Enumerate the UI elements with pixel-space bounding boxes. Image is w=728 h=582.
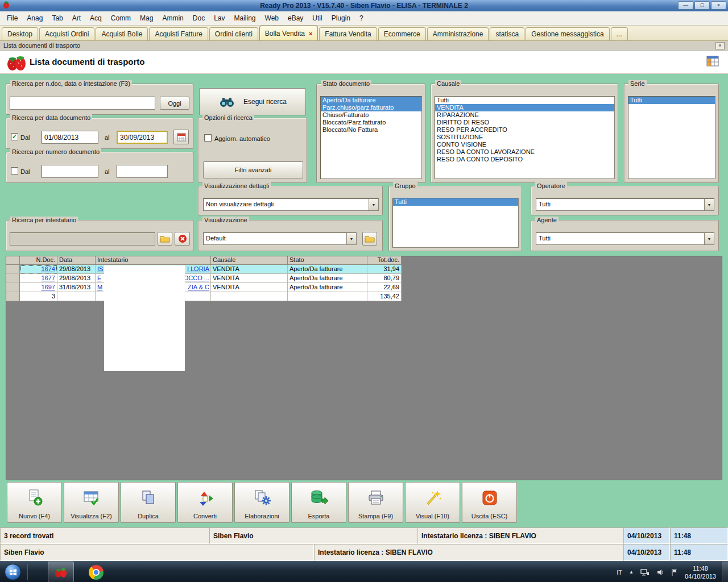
stampa-button[interactable]: Stampa (F9)	[348, 482, 403, 523]
number-from-input[interactable]	[42, 165, 98, 178]
date-from-checkbox[interactable]: ✓	[11, 133, 18, 140]
elaborazioni-button[interactable]: Elaborazioni	[234, 482, 289, 523]
minimize-button[interactable]: —	[678, 1, 693, 10]
column-header-stato[interactable]: Stato	[288, 256, 367, 265]
calendar-button[interactable]	[173, 130, 189, 144]
menu-util[interactable]: Util	[308, 12, 326, 24]
grid-settings-icon[interactable]	[706, 56, 719, 69]
maximize-button[interactable]: □	[694, 1, 710, 10]
show-desktop-button[interactable]	[722, 562, 728, 582]
filtri-avanzati-button[interactable]: Filtri avanzati	[203, 161, 303, 178]
menu-tab[interactable]: Tab	[47, 12, 67, 24]
menu-ammin[interactable]: Ammin	[158, 12, 188, 24]
tab-desktop[interactable]: Desktop	[2, 27, 38, 40]
number-to-input[interactable]	[117, 165, 168, 178]
visualizzazione-combobox[interactable]: Default ▼	[203, 232, 357, 245]
esporta-button[interactable]: Esporta	[291, 482, 346, 523]
operatore-combobox[interactable]: Tutti ▼	[536, 198, 714, 211]
hidden-icons-arrow[interactable]: ▲	[629, 569, 634, 575]
tab-ecommerce[interactable]: Ecommerce	[378, 27, 426, 40]
list-item[interactable]: Bloccato/No Fattura	[321, 126, 421, 134]
doc-link[interactable]: 1697	[42, 284, 55, 290]
chevron-down-icon[interactable]: ▼	[346, 233, 356, 244]
tab-acquisti-ordini[interactable]: Acquisti Ordini	[39, 27, 94, 40]
table-row[interactable]: 1677 29/08/2013 EOCCO ... VENDITA Aperto…	[6, 274, 402, 283]
menu-art[interactable]: Art	[68, 12, 85, 24]
menu-mailing[interactable]: Mailing	[230, 12, 260, 24]
browse-intestatario-button[interactable]	[158, 232, 172, 246]
intestatario-link[interactable]: IS	[97, 265, 103, 272]
list-item[interactable]: DIRITTO DI RESO	[435, 119, 614, 126]
row-selector[interactable]	[6, 283, 20, 292]
close-button[interactable]: ×	[711, 1, 726, 10]
list-item[interactable]: Aperto/Da fatturare	[321, 97, 421, 104]
table-row[interactable]: 1697 31/08/2013 MZIA & C VENDITA Aperto/…	[6, 283, 402, 292]
nuovo-button[interactable]: Nuovo (F4)	[7, 482, 62, 523]
menu-file[interactable]: File	[2, 12, 22, 24]
menu-mag[interactable]: Mag	[135, 12, 158, 24]
column-header-totdoc[interactable]: Tot.doc.	[367, 256, 402, 265]
language-indicator[interactable]: IT	[617, 569, 622, 576]
menu-anag[interactable]: Anag	[22, 12, 47, 24]
list-item[interactable]: VENDITA	[435, 104, 614, 111]
tab-close-icon[interactable]: ×	[309, 30, 312, 37]
menu-help[interactable]: ?	[355, 12, 368, 24]
list-item[interactable]: Parz.chiuso/parz.fatturato	[321, 104, 421, 111]
tab-fattura-vendita[interactable]: Fattura Vendita	[319, 27, 377, 40]
menu-web[interactable]: Web	[260, 12, 283, 24]
list-item[interactable]: SOSTITUZIONE	[435, 134, 614, 141]
aggiorn-automatico-checkbox[interactable]	[204, 134, 212, 142]
list-item[interactable]: RIPARAZIONE	[435, 111, 614, 119]
menu-acq[interactable]: Acq	[85, 12, 106, 24]
column-header-causale[interactable]: Causale	[211, 256, 288, 265]
table-row[interactable]: 1674 29/08/2013 ISI LORIA VENDITA Aperto…	[6, 265, 402, 274]
tab-acquisti-bolle[interactable]: Acquisti Bolle	[96, 27, 148, 40]
list-item[interactable]: Chiuso/Fatturato	[321, 111, 421, 119]
tab-ordini-clienti[interactable]: Ordini clienti	[209, 27, 258, 40]
date-to-input[interactable]	[117, 131, 168, 144]
menu-doc[interactable]: Doc	[188, 12, 209, 24]
tab-statisca[interactable]: statisca	[490, 27, 524, 40]
intestatario-input[interactable]	[10, 232, 155, 246]
tab-amministrazione[interactable]: Amministrazione	[427, 27, 489, 40]
list-item[interactable]: Tutti	[393, 198, 518, 206]
speaker-icon[interactable]	[656, 568, 664, 576]
page-close-icon[interactable]: ×	[715, 42, 725, 49]
row-selector[interactable]	[6, 274, 20, 283]
list-item[interactable]: Bloccato/Parz.fatturato	[321, 119, 421, 126]
search-input[interactable]	[10, 97, 155, 110]
row-selector[interactable]	[6, 265, 20, 274]
duplica-button[interactable]: Duplica	[121, 482, 176, 523]
menu-plugin[interactable]: Plugin	[327, 12, 355, 24]
menu-comm[interactable]: Comm	[106, 12, 135, 24]
open-view-button[interactable]	[362, 232, 377, 246]
taskbar-clock[interactable]: 11:48 04/10/2013	[685, 564, 716, 580]
intestatario-link[interactable]: I LORIA	[187, 265, 209, 273]
list-item[interactable]: RESO DA CONTO LAVORAZIONE	[435, 148, 614, 156]
column-header-ndoc[interactable]: N.Doc.	[20, 256, 57, 265]
doc-link[interactable]: 1677	[42, 275, 55, 281]
taskbar-readypro-button[interactable]	[48, 562, 74, 582]
visualizza-button[interactable]: Visualizza (F2)	[64, 482, 119, 523]
dettagli-combobox[interactable]: Non visualizzare dettagli ▼	[203, 198, 379, 211]
converti-button[interactable]: Converti	[177, 482, 233, 523]
intestatario-link[interactable]: OCCO ...	[184, 274, 209, 282]
intestatario-link[interactable]: M	[97, 284, 102, 290]
taskbar-chrome-button[interactable]	[83, 562, 109, 582]
list-item[interactable]: Tutti	[628, 97, 715, 104]
list-item[interactable]: RESO PER ACCREDITO	[435, 126, 614, 134]
list-item[interactable]: Tutti	[435, 97, 614, 104]
oggi-button[interactable]: Oggi	[160, 97, 189, 110]
date-from-input[interactable]	[42, 131, 98, 144]
chevron-down-icon[interactable]: ▼	[704, 233, 714, 244]
list-item[interactable]: RESO DA CONTO DEPOSITO	[435, 156, 614, 163]
column-header-intestatario[interactable]: Intestatario	[96, 256, 211, 265]
clear-intestatario-button[interactable]	[175, 232, 190, 246]
tab-acquisti-fatture[interactable]: Acquisti Fatture	[149, 27, 208, 40]
column-header-data[interactable]: Data	[57, 256, 96, 265]
esegui-ricerca-button[interactable]: Esegui ricerca	[199, 88, 306, 115]
intestatario-link[interactable]: E	[97, 275, 101, 281]
tab-overflow[interactable]: ...	[611, 27, 628, 40]
visual-button[interactable]: Visual (F10)	[405, 482, 460, 523]
tab-bolla-vendita[interactable]: Bolla Vendita×	[259, 26, 318, 40]
